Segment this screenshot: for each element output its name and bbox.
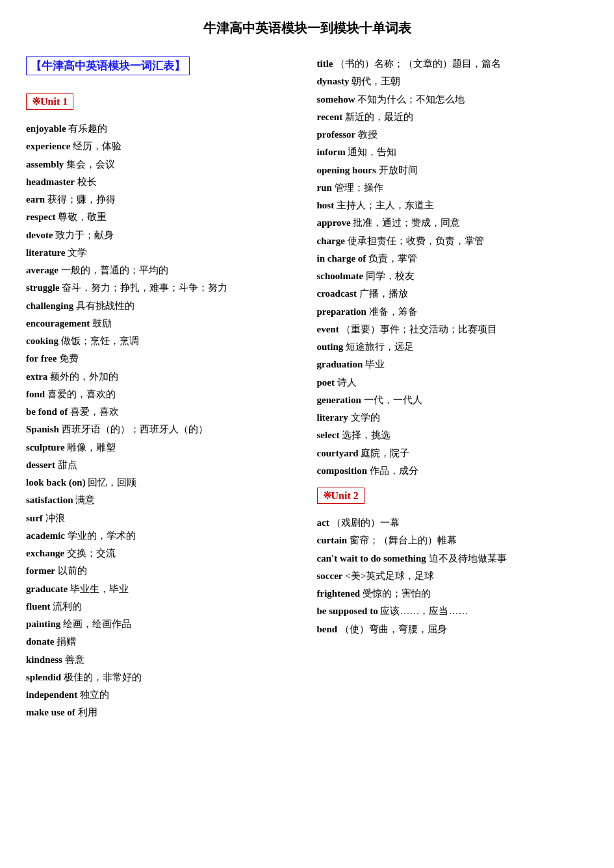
chinese-def: 通知，告知 — [348, 147, 396, 157]
chinese-def: 不知为什么；不知怎么地 — [357, 94, 465, 105]
right-unit2-vocab-list: act （戏剧的）一幕curtain 窗帘；（舞台上的）帷幕can't wait… — [317, 515, 589, 637]
list-item: graduation 毕业 — [317, 357, 589, 372]
list-item: make use of 利用 — [26, 705, 298, 720]
chinese-def: 迫不及待地做某事 — [429, 553, 507, 564]
list-item: earn 获得；赚，挣得 — [26, 192, 298, 207]
chinese-def: 毕业 — [365, 359, 385, 369]
list-item: run 管理；操作 — [317, 180, 589, 195]
list-item: sculpture 雕像，雕塑 — [26, 440, 298, 455]
english-word: kindness — [26, 654, 62, 665]
chinese-def: <美>英式足球，足球 — [345, 571, 434, 581]
english-word: respect — [26, 212, 56, 222]
english-word: generation — [317, 395, 361, 405]
chinese-def: 获得；赚，挣得 — [47, 194, 116, 205]
chinese-def: 极佳的，非常好的 — [64, 672, 142, 682]
list-item: preparation 准备，筹备 — [317, 304, 589, 319]
left-column: 【牛津高中英语模块一词汇表】 ※Unit 1 enjoyable 有乐趣的exp… — [26, 56, 298, 723]
english-word: croadcast — [317, 288, 357, 299]
english-word: Spanish — [26, 424, 59, 434]
list-item: encouragement 鼓励 — [26, 316, 298, 331]
english-word: academic — [26, 530, 65, 541]
list-item: soccer <美>英式足球，足球 — [317, 569, 589, 584]
chinese-def: 管理；操作 — [335, 182, 383, 193]
english-word: encouragement — [26, 318, 90, 329]
english-word: poet — [317, 377, 335, 388]
chinese-def: 庭院，院子 — [361, 448, 409, 458]
english-word: be fond of — [26, 406, 68, 417]
english-word: earn — [26, 194, 45, 205]
chinese-def: 文学 — [68, 247, 87, 258]
english-word: independent — [26, 689, 77, 700]
list-item: literary 文学的 — [317, 410, 589, 425]
english-word: title — [317, 58, 333, 69]
chinese-def: 一般的，普通的；平均的 — [61, 265, 168, 275]
list-item: courtyard 庭院，院子 — [317, 446, 589, 461]
chinese-def: 新近的，最近的 — [345, 112, 413, 122]
chinese-def: 开放时间 — [379, 165, 418, 175]
chinese-def: 朝代，王朝 — [352, 76, 400, 86]
chinese-def: 独立的 — [80, 689, 109, 700]
chinese-def: 有乐趣的 — [68, 123, 107, 134]
list-item: can't wait to do something 迫不及待地做某事 — [317, 551, 589, 566]
chinese-def: 经历，体验 — [73, 141, 122, 151]
english-word: be supposed to — [317, 606, 378, 616]
chinese-def: 同学，校友 — [366, 271, 415, 281]
english-word: fond — [26, 389, 45, 399]
chinese-def: 主持人；主人，东道主 — [337, 200, 434, 210]
list-item: painting 绘画，绘画作品 — [26, 617, 298, 632]
list-item: act （戏剧的）一幕 — [317, 515, 589, 530]
list-item: inform 通知，告知 — [317, 145, 589, 160]
list-item: croadcast 广播，播放 — [317, 286, 589, 301]
list-item: academic 学业的，学术的 — [26, 528, 298, 543]
list-item: look back (on) 回忆，回顾 — [26, 475, 298, 490]
list-item: satisfaction 满意 — [26, 493, 298, 508]
list-item: be fond of 喜爱，喜欢 — [26, 404, 298, 419]
list-item: frightened 受惊的；害怕的 — [317, 586, 589, 601]
list-item: event （重要）事件；社交活动；比赛项目 — [317, 322, 589, 337]
chinese-def: 利用 — [78, 707, 97, 717]
chinese-def: 喜爱，喜欢 — [70, 406, 119, 417]
chinese-def: 做饭；烹饪，烹调 — [61, 336, 139, 346]
list-item: exchange 交换；交流 — [26, 546, 298, 561]
chinese-def: 善意 — [65, 654, 84, 665]
list-item: challenging 具有挑战性的 — [26, 299, 298, 314]
list-item: poet 诗人 — [317, 375, 589, 390]
english-word: host — [317, 200, 335, 210]
chinese-def: 捐赠 — [57, 636, 76, 647]
chinese-def: 以前的 — [58, 565, 87, 576]
english-word: courtyard — [317, 448, 359, 458]
chinese-def: 受惊的；害怕的 — [363, 588, 431, 599]
english-word: opening hours — [317, 165, 376, 175]
chinese-def: 回忆，回顾 — [88, 477, 136, 488]
english-word: experience — [26, 141, 70, 151]
list-item: title （书的）名称；（文章的）题目，篇名 — [317, 56, 589, 71]
chinese-def: 交换；交流 — [67, 548, 116, 558]
list-item: kindness 善意 — [26, 652, 298, 667]
list-item: enjoyable 有乐趣的 — [26, 121, 298, 136]
chinese-def: 短途旅行，远足 — [346, 341, 414, 352]
english-word: exchange — [26, 548, 64, 558]
english-word: somehow — [317, 94, 355, 105]
chinese-def: （书的）名称；（文章的）题目，篇名 — [335, 58, 501, 69]
english-word: splendid — [26, 672, 61, 682]
chinese-def: （戏剧的）一幕 — [331, 517, 400, 528]
chinese-def: 流利的 — [53, 601, 82, 612]
list-item: opening hours 开放时间 — [317, 163, 589, 178]
list-item: generation 一代，一代人 — [317, 393, 589, 408]
english-word: run — [317, 182, 332, 193]
list-item: recent 新近的，最近的 — [317, 110, 589, 125]
list-item: outing 短途旅行，远足 — [317, 340, 589, 354]
english-word: can't wait to do something — [317, 553, 426, 564]
english-word: for free — [26, 353, 57, 364]
list-item: graducate 毕业生，毕业 — [26, 582, 298, 597]
chinese-def: 应该……，应当…… — [380, 606, 468, 616]
english-word: preparation — [317, 306, 366, 317]
list-item: average 一般的，普通的；平均的 — [26, 263, 298, 278]
english-word: outing — [317, 341, 344, 352]
english-word: challenging — [26, 301, 73, 311]
unit1-header-left: ※Unit 1 — [26, 93, 73, 110]
list-item: professor 教授 — [317, 127, 589, 142]
chinese-def: 具有挑战性的 — [76, 301, 134, 311]
list-item: bend （使）弯曲，弯腰，屈身 — [317, 622, 589, 637]
list-item: for free 免费 — [26, 351, 298, 366]
